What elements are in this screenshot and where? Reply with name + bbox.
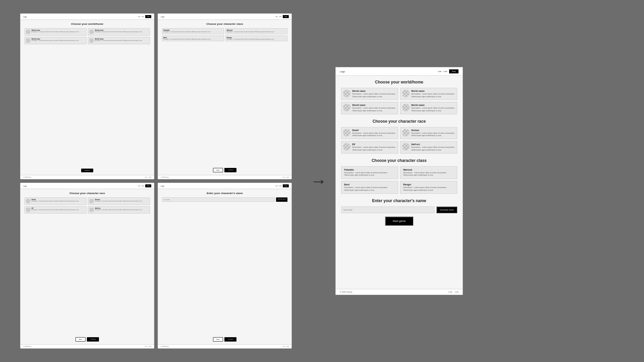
screen3-footer-link1[interactable]: Link	[145, 346, 147, 347]
list-item[interactable]: World name Description - Lorem ipsum dol…	[400, 102, 457, 114]
screen3-back-btn[interactable]: Back	[75, 337, 86, 342]
arrow-symbol: →	[310, 171, 327, 191]
big-generate-name-btn[interactable]: Generate name	[436, 206, 457, 213]
world-item-text-4: World name Description - Lorem ipsum dol…	[95, 38, 149, 42]
screen2-link2[interactable]: Link	[279, 16, 281, 17]
big-start-game-btn[interactable]: Start game	[385, 217, 413, 226]
list-item[interactable]: Warlock Description - Lorem ipsum dolor …	[400, 166, 457, 179]
screen4-play-btn[interactable]: Play	[283, 184, 289, 187]
big-world-title: Choose your world/home	[375, 80, 423, 84]
screen1-footer: © 2024 Name Link Link	[20, 175, 154, 179]
list-item[interactable]: World name Description - Lorem ipsum dol…	[88, 37, 150, 44]
big-world-desc-2: Description - Lorem ipsum dolor sit amet…	[411, 93, 455, 98]
big-wf-footer-link2[interactable]: Link	[455, 291, 459, 293]
screen2-header: Logo Link Link Play	[158, 14, 291, 20]
world-item-desc-2: Description - Lorem ipsum dolor sit amet…	[95, 31, 149, 33]
screen4-title: Enter your character's name	[207, 192, 243, 195]
screen1-continue-btn[interactable]: Continue	[81, 169, 93, 172]
screen4-footer-link1[interactable]: Link	[282, 346, 285, 347]
big-world-name-1: World name	[352, 90, 396, 92]
screen3-continue-btn[interactable]: Continue	[87, 337, 99, 342]
list-item[interactable]: Human Description - Lorem ipsum dolor si…	[400, 127, 457, 139]
screen1-link1[interactable]: Link	[138, 16, 140, 17]
class-item-text-3: Bard Description - Lorem ipsum dolor sit…	[163, 37, 223, 40]
race-icon-2	[89, 199, 94, 203]
big-class-desc-3: Description - Lorem ipsum dolor sit amet…	[344, 186, 395, 191]
big-class-name-1: Paladdin	[344, 169, 395, 171]
screen3-play-btn[interactable]: Play	[145, 184, 151, 187]
screen1-footer-link1[interactable]: Link	[145, 176, 147, 178]
list-item[interactable]: Paladdin Description - Lorem ipsum dolor…	[341, 166, 398, 179]
big-character-name-input[interactable]	[341, 206, 434, 213]
list-item[interactable]: World name Description - Lorem ipsum dol…	[400, 88, 457, 100]
screen2-continue-btn[interactable]: Continue	[224, 168, 236, 172]
list-item[interactable]: Ranger Description - Lorem ipsum dolor s…	[225, 36, 287, 42]
big-class-name-4: Ranger	[403, 183, 454, 186]
screen2-footer-copy: © 2024 Name	[161, 176, 169, 178]
big-race-icon-3	[343, 143, 351, 150]
big-wf-play-btn[interactable]: Play	[449, 69, 459, 73]
race-item-desc-2: Description - Lorem ipsum dolor sit amet…	[95, 200, 149, 202]
list-item[interactable]: Human Description - Lorem ipsum dolor si…	[88, 197, 150, 205]
screen4-footer-link2[interactable]: Link	[286, 346, 289, 347]
screen1-footer-link2[interactable]: Link	[149, 176, 151, 178]
list-item[interactable]: Elf Description - Lorem ipsum dolor sit …	[341, 141, 398, 153]
screen2-back-btn[interactable]: Back	[213, 168, 223, 172]
class-item-desc-3: Description - Lorem ipsum dolor sit amet…	[163, 39, 223, 40]
screen4-back-btn[interactable]: Back	[213, 337, 223, 342]
screen2-btn-row: Back Continue	[213, 168, 237, 172]
world-item-text-2: World name Description - Lorem ipsum dol…	[95, 29, 149, 33]
screen3-link1[interactable]: Link	[138, 185, 140, 187]
big-wf-link2[interactable]: Link	[443, 70, 447, 72]
race-item-desc-1: Description - Lorem ipsum dolor sit amet…	[32, 200, 85, 202]
list-item[interactable]: World name Description - Lorem ipsum dol…	[88, 28, 150, 36]
screen4-continue-btn[interactable]: Continue	[224, 337, 236, 342]
big-wf-link1[interactable]: Link	[438, 70, 441, 72]
big-wf-footer-copy: © 2024 Name	[340, 291, 352, 293]
list-item[interactable]: Dwarf Description - Lorem ipsum dolor si…	[341, 127, 398, 139]
list-item[interactable]: Elf Description - Lorem ipsum dolor sit …	[24, 206, 87, 214]
list-item[interactable]: World name Description - Lorem ipsum dol…	[24, 28, 87, 36]
screen4-link1[interactable]: Link	[275, 185, 278, 187]
character-name-input[interactable]	[162, 197, 275, 202]
big-wf-logo: Logo	[340, 70, 345, 73]
class-item-text-1: Paladdin Description - Lorem ipsum dolor…	[163, 29, 223, 33]
screen1-play-btn[interactable]: Play	[145, 15, 151, 18]
big-wf-footer-link1[interactable]: Link	[448, 291, 452, 293]
list-item[interactable]: Bard Description - Lorem ipsum dolor sit…	[162, 36, 224, 42]
screen1-body: Choose your world/home World name Descri…	[20, 20, 154, 175]
list-item[interactable]: Warlock Description - Lorem ipsum dolor …	[225, 28, 287, 34]
screen3-header: Logo Link Link Play	[20, 183, 154, 189]
generate-name-btn[interactable]: Generate name	[276, 197, 287, 202]
list-item[interactable]: World name Description - Lorem ipsum dol…	[341, 88, 398, 100]
screen1-footer-copy: © 2024 Name	[23, 176, 32, 178]
big-world-text-4: World name Description - Lorem ipsum dol…	[411, 104, 455, 112]
screen2-play-btn[interactable]: Play	[283, 15, 289, 18]
main-layout: Logo Link Link Play Choose your world/ho…	[0, 0, 644, 362]
big-world-text-3: World name Description - Lorem ipsum dol…	[352, 104, 396, 112]
list-item[interactable]: World name Description - Lorem ipsum dol…	[24, 37, 87, 44]
screen4-footer: © 2024 Name Link Link	[158, 344, 291, 348]
list-item[interactable]: Ranger Description - Lorem ipsum dolor s…	[400, 181, 457, 194]
list-item[interactable]: Half-orc Description - Lorem ipsum dolor…	[88, 206, 150, 214]
big-class-desc-2: Description - Lorem ipsum dolor sit amet…	[403, 172, 454, 177]
big-world-desc-1: Description - Lorem ipsum dolor sit amet…	[352, 93, 396, 98]
screen2-link1[interactable]: Link	[275, 16, 278, 17]
big-wf-nav: Link Link Play	[438, 69, 459, 73]
screen4-link2[interactable]: Link	[279, 185, 281, 187]
screen3-footer-link2[interactable]: Link	[149, 346, 151, 347]
screen2-footer-link2[interactable]: Link	[286, 176, 289, 178]
world-item-text-1: World name Description - Lorem ipsum dol…	[32, 29, 85, 33]
big-race-text-1: Dwarf Description - Lorem ipsum dolor si…	[352, 129, 396, 137]
list-item[interactable]: Paladdin Description - Lorem ipsum dolor…	[162, 28, 224, 34]
screen1-link2[interactable]: Link	[142, 16, 144, 17]
screen3-link2[interactable]: Link	[142, 185, 144, 187]
list-item[interactable]: Bard Description - Lorem ipsum dolor sit…	[341, 181, 398, 194]
list-item[interactable]: World name Description - Lorem ipsum dol…	[341, 102, 398, 114]
list-item[interactable]: Half-orc Description - Lorem ipsum dolor…	[400, 141, 457, 153]
list-item[interactable]: Dwarf Description - Lorem ipsum dolor si…	[24, 197, 87, 205]
screen2-footer-link1[interactable]: Link	[282, 176, 285, 178]
big-race-name-2: Human	[411, 129, 455, 131]
screen4-card: Logo Link Link Play Enter your character…	[158, 183, 292, 349]
screen2-logo: Logo	[161, 16, 164, 18]
